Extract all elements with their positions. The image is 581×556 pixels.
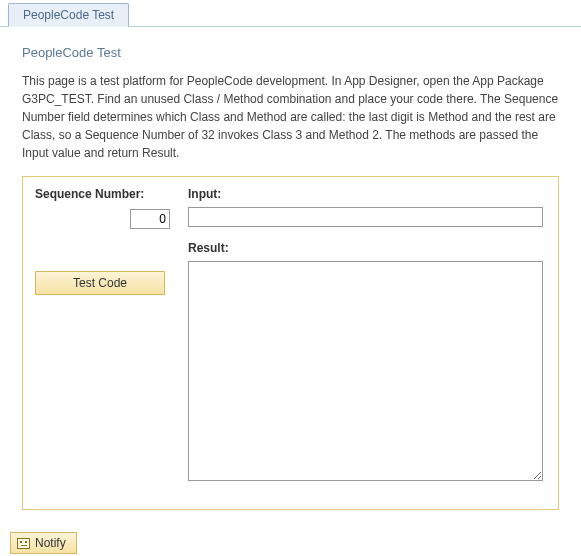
content-area: PeopleCode Test This page is a test plat… bbox=[0, 27, 581, 520]
sequence-number-label: Sequence Number: bbox=[35, 187, 170, 201]
notify-label: Notify bbox=[35, 536, 66, 550]
notify-button[interactable]: Notify bbox=[10, 532, 77, 554]
tab-peoplecode-test[interactable]: PeopleCode Test bbox=[8, 3, 129, 27]
test-code-button[interactable]: Test Code bbox=[35, 271, 165, 295]
form-box: Sequence Number: Test Code Input: Result… bbox=[22, 176, 559, 510]
page-title: PeopleCode Test bbox=[22, 45, 559, 60]
input-field[interactable] bbox=[188, 207, 543, 227]
input-label: Input: bbox=[188, 187, 546, 201]
sequence-number-input[interactable] bbox=[130, 209, 170, 229]
notify-icon bbox=[17, 538, 30, 549]
right-column: Input: Result: bbox=[188, 187, 546, 495]
result-label: Result: bbox=[188, 241, 546, 255]
footer-bar: Notify bbox=[0, 520, 581, 556]
result-textarea[interactable] bbox=[188, 261, 543, 481]
tab-bar: PeopleCode Test bbox=[0, 0, 581, 27]
page-description: This page is a test platform for PeopleC… bbox=[22, 72, 559, 162]
left-column: Sequence Number: Test Code bbox=[35, 187, 170, 495]
